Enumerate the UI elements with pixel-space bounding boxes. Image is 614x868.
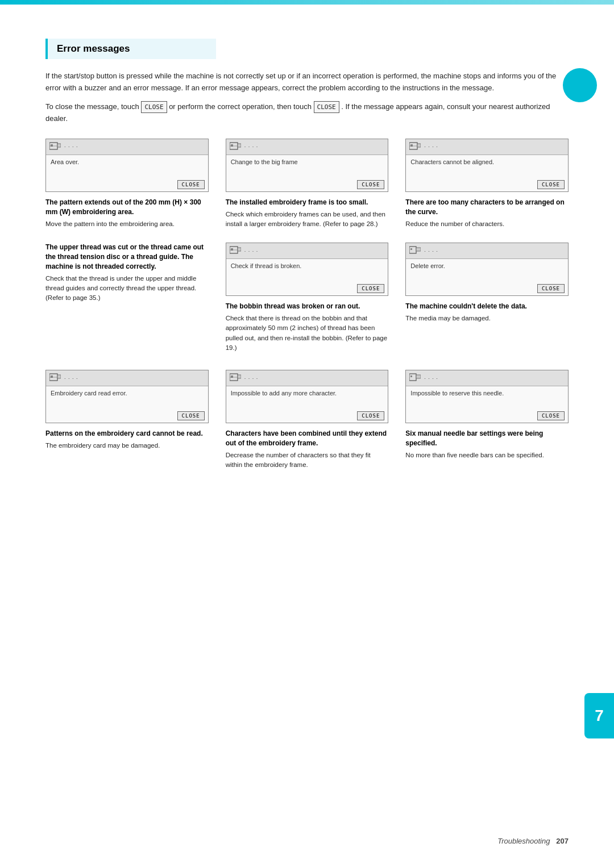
dialog-text-thread-check: Check if thread is broken. bbox=[226, 259, 388, 282]
error-row-1: · · · · Area over. CLOSE The pattern ext… bbox=[45, 139, 569, 229]
error-title-delete: The machine couldn't delete the data. bbox=[405, 302, 569, 311]
machine-icon-4 bbox=[230, 245, 241, 256]
svg-rect-1 bbox=[51, 144, 53, 147]
dialog-cannot-align: · · · · Characters cannot be aligned. CL… bbox=[405, 139, 569, 192]
dialog-impossible-reserve: · · · · Impossible to reserve this needl… bbox=[405, 370, 569, 423]
dialog-close-btn-8: CLOSE bbox=[537, 411, 565, 420]
error-item-card-read: · · · · Embroidery card read error. CLOS… bbox=[45, 370, 209, 470]
svg-rect-27 bbox=[409, 374, 416, 381]
svg-rect-26 bbox=[238, 375, 241, 378]
dialog-close-btn-7: CLOSE bbox=[357, 411, 384, 420]
error-row-2: The upper thread was cut or the thread c… bbox=[45, 243, 569, 353]
error-title-area-over: The pattern extends out of the 200 mm (H… bbox=[45, 198, 209, 217]
close-button-inline-2: CLOSE bbox=[314, 101, 339, 114]
error-title-big-frame: The installed embroidery frame is too sm… bbox=[226, 198, 389, 207]
svg-rect-5 bbox=[231, 144, 233, 147]
svg-rect-29 bbox=[416, 375, 421, 378]
page-content: Error messages If the start/stop button … bbox=[0, 5, 614, 515]
dialog-text-card-read: Embroidery card read error. bbox=[46, 386, 208, 409]
error-desc-thread-broken: Check that the thread is under the upper… bbox=[45, 274, 209, 303]
svg-rect-11 bbox=[417, 144, 421, 147]
machine-icon-6 bbox=[49, 373, 61, 383]
svg-rect-20 bbox=[51, 375, 53, 378]
error-item-impossible-add: · · · · Impossible to add any more chara… bbox=[226, 370, 389, 470]
machine-icon-1 bbox=[49, 141, 61, 152]
intro-para2: To close the message, touch CLOSE or per… bbox=[45, 101, 569, 125]
error-desc-big-frame: Check which embroidery frames can be use… bbox=[226, 210, 389, 229]
svg-rect-22 bbox=[57, 375, 61, 378]
dialog-big-frame: · · · · Change to the big frame CLOSE bbox=[226, 139, 389, 192]
error-item-impossible-reserve: · · · · Impossible to reserve this needl… bbox=[405, 370, 569, 470]
dialog-text-impossible-reserve: Impossible to reserve this needle. bbox=[406, 386, 568, 409]
svg-rect-7 bbox=[238, 144, 241, 147]
footer-page-number: 207 bbox=[556, 837, 569, 845]
dialog-text-big-frame: Change to the big frame bbox=[226, 155, 388, 178]
error-title-thread-broken: The upper thread was cut or the thread c… bbox=[45, 243, 209, 271]
dialog-close-btn-4: CLOSE bbox=[357, 284, 384, 293]
dialog-close-btn-2: CLOSE bbox=[357, 180, 384, 189]
chapter-tab: 7 bbox=[584, 693, 614, 738]
intro-para1: If the start/stop button is pressed whil… bbox=[45, 70, 569, 94]
machine-icon-7 bbox=[230, 373, 241, 383]
dialog-text-delete: Delete error. bbox=[406, 259, 568, 282]
svg-rect-13 bbox=[231, 248, 233, 251]
error-item-delete: · · · · Delete error. CLOSE The machine … bbox=[405, 243, 569, 353]
error-title-cannot-align: There are too many characters to be arra… bbox=[405, 198, 569, 217]
dialog-text-area-over: Area over. bbox=[46, 155, 208, 178]
machine-icon-5 bbox=[409, 245, 421, 256]
top-bar bbox=[0, 0, 614, 5]
dialog-delete-error: · · · · Delete error. CLOSE bbox=[405, 243, 569, 296]
error-title-impossible-reserve: Six manual needle bar settings were bein… bbox=[405, 429, 569, 448]
svg-rect-15 bbox=[238, 248, 241, 251]
error-desc-card-read: The embroidery card may be damaged. bbox=[45, 441, 209, 450]
error-desc-impossible-reserve: No more than five needle bars can be spe… bbox=[405, 450, 569, 460]
machine-icon-8 bbox=[409, 373, 421, 383]
error-item-cannot-align: · · · · Characters cannot be aligned. CL… bbox=[405, 139, 569, 229]
error-title-impossible-add: Characters have been combined until they… bbox=[226, 429, 389, 448]
svg-rect-24 bbox=[231, 375, 233, 378]
error-title-bobbin: The bobbin thread was broken or ran out. bbox=[226, 302, 389, 311]
dialog-thread-check: · · · · Check if thread is broken. CLOSE bbox=[226, 243, 389, 296]
page-footer: Troubleshooting 207 bbox=[497, 837, 569, 845]
close-button-inline-1: CLOSE bbox=[141, 101, 167, 114]
footer-text: Troubleshooting bbox=[497, 837, 550, 845]
machine-icon-3 bbox=[409, 141, 421, 152]
svg-rect-9 bbox=[410, 144, 413, 147]
error-item-area-over: · · · · Area over. CLOSE The pattern ext… bbox=[45, 139, 209, 229]
svg-rect-18 bbox=[416, 248, 421, 251]
svg-rect-28 bbox=[410, 375, 412, 377]
error-item-bobbin: · · · · Check if thread is broken. CLOSE… bbox=[226, 243, 389, 353]
error-desc-bobbin: Check that there is thread on the bobbin… bbox=[226, 314, 389, 353]
error-title-card-read: Patterns on the embroidery card cannot b… bbox=[45, 429, 209, 439]
error-row-3: · · · · Embroidery card read error. CLOS… bbox=[45, 370, 569, 470]
error-desc-impossible-add: Decrease the number of characters so tha… bbox=[226, 450, 389, 470]
dialog-close-btn-6: CLOSE bbox=[177, 411, 205, 420]
top-right-decoration bbox=[563, 68, 597, 102]
dialog-close-btn-5: CLOSE bbox=[537, 284, 565, 293]
machine-icon-2 bbox=[230, 141, 241, 152]
dialog-area-over: · · · · Area over. CLOSE bbox=[45, 139, 209, 192]
error-desc-cannot-align: Reduce the number of characters. bbox=[405, 219, 569, 229]
dialog-card-read: · · · · Embroidery card read error. CLOS… bbox=[45, 370, 209, 423]
error-item-big-frame: · · · · Change to the big frame CLOSE Th… bbox=[226, 139, 389, 229]
svg-rect-16 bbox=[409, 247, 416, 253]
dialog-text-cannot-align: Characters cannot be aligned. bbox=[406, 155, 568, 178]
error-desc-area-over: Move the pattern into the embroidering a… bbox=[45, 219, 209, 229]
error-desc-delete: The media may be damaged. bbox=[405, 314, 569, 323]
dialog-text-impossible-add: Impossible to add any more character. bbox=[226, 386, 388, 409]
section-title: Error messages bbox=[45, 39, 216, 59]
dialog-close-btn-1: CLOSE bbox=[177, 180, 205, 189]
error-item-thread-broken: The upper thread was cut or the thread c… bbox=[45, 243, 209, 353]
svg-rect-17 bbox=[410, 248, 412, 250]
dialog-impossible-add: · · · · Impossible to add any more chara… bbox=[226, 370, 389, 423]
svg-rect-3 bbox=[57, 144, 61, 147]
dialog-close-btn-3: CLOSE bbox=[537, 180, 565, 189]
